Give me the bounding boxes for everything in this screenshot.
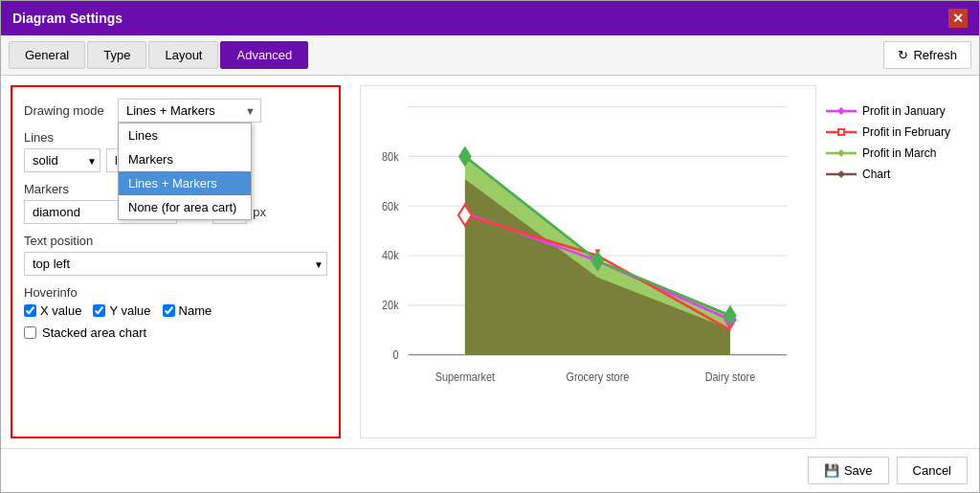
stacked-label: Stacked area chart [42, 325, 146, 340]
hoverinfo-section: Hoverinfo X value Y value Name [24, 285, 327, 318]
tab-layout[interactable]: Layout [148, 41, 218, 69]
refresh-label: Refresh [913, 48, 957, 62]
text-position-section: Text position top left ▼ [24, 234, 327, 276]
x-value-label: X value [40, 303, 81, 318]
svg-text:20k: 20k [382, 300, 399, 312]
drawing-mode-dropdown: Lines Markers Lines + Markers None (for … [118, 123, 252, 220]
svg-marker-15 [837, 107, 845, 115]
cancel-button[interactable]: Cancel [897, 457, 968, 484]
svg-text:Dairy store: Dairy store [705, 370, 756, 383]
refresh-icon: ↻ [898, 48, 908, 62]
option-none[interactable]: None (for area cart) [119, 195, 251, 219]
name-item: Name [163, 303, 212, 318]
tabs-container: General Type Layout Advanced [9, 35, 308, 75]
y-value-checkbox[interactable] [93, 304, 105, 317]
save-button[interactable]: 💾 Save [808, 457, 889, 484]
stacked-row: Stacked area chart [24, 325, 327, 340]
svg-marker-21 [837, 170, 845, 178]
legend: Profit in January Profit in February [816, 85, 969, 438]
text-position-label: Text position [24, 234, 327, 248]
dialog-title: Diagram Settings [12, 11, 122, 26]
svg-text:40k: 40k [382, 250, 399, 262]
legend-item-february: Profit in February [826, 125, 960, 139]
content: Drawing mode Lines + Markers ▼ Lines Mar… [1, 76, 979, 448]
drawing-mode-select-container: Lines + Markers ▼ Lines Markers Lines + … [118, 99, 261, 123]
svg-text:Supermarket: Supermarket [435, 370, 496, 383]
legend-label-february: Profit in February [862, 125, 950, 139]
legend-item-march: Profit in March [826, 146, 960, 160]
legend-icon-january [826, 105, 857, 117]
y-value-label: Y value [109, 303, 150, 318]
checkboxes-row: X value Y value Name [24, 303, 327, 318]
legend-label-january: Profit in January [862, 104, 946, 118]
option-lines[interactable]: Lines [119, 123, 251, 147]
save-label: Save [844, 463, 873, 478]
tabs-bar: General Type Layout Advanced ↻ Refresh [1, 35, 979, 76]
chart-svg: 0 20k 40k 60k 80k Supermarket Grocery st… [361, 86, 815, 437]
legend-icon-march [826, 147, 857, 159]
tab-advanced[interactable]: Advanced [220, 41, 308, 69]
hoverinfo-label: Hoverinfo [24, 285, 327, 300]
save-icon: 💾 [824, 463, 839, 478]
legend-icon-february [826, 126, 857, 138]
drawing-mode-select[interactable]: Lines + Markers [118, 99, 261, 123]
close-button[interactable]: ✕ [948, 9, 968, 28]
tab-type[interactable]: Type [87, 41, 146, 69]
px-label: px [253, 205, 266, 219]
option-markers[interactable]: Markers [119, 147, 251, 171]
svg-marker-19 [837, 149, 845, 157]
stacked-checkbox[interactable] [24, 326, 36, 339]
tab-general[interactable]: General [9, 41, 85, 69]
y-value-item: Y value [93, 303, 150, 318]
legend-item-january: Profit in January [826, 104, 960, 118]
text-position-select[interactable]: top left [24, 252, 327, 276]
name-checkbox[interactable] [163, 304, 175, 317]
legend-label-march: Profit in March [862, 146, 936, 160]
option-lines-markers[interactable]: Lines + Markers [119, 171, 251, 195]
name-label: Name [179, 303, 212, 318]
legend-item-chart: Chart [826, 168, 960, 181]
svg-text:Grocery store: Grocery store [566, 370, 629, 383]
refresh-button[interactable]: ↻ Refresh [883, 41, 971, 69]
dialog: Diagram Settings ✕ General Type Layout A… [0, 0, 980, 493]
svg-text:60k: 60k [382, 200, 399, 213]
right-panel: 0 20k 40k 60k 80k Supermarket Grocery st… [350, 76, 979, 448]
text-position-wrapper: top left ▼ [24, 252, 327, 276]
left-panel: Drawing mode Lines + Markers ▼ Lines Mar… [11, 85, 341, 438]
lines-style-wrapper: solid ▼ [24, 148, 100, 172]
chart-container: 0 20k 40k 60k 80k Supermarket Grocery st… [360, 85, 816, 438]
drawing-mode-row: Drawing mode Lines + Markers ▼ Lines Mar… [24, 99, 327, 123]
footer: 💾 Save Cancel [1, 448, 979, 492]
legend-label-chart: Chart [862, 168, 890, 181]
svg-rect-17 [838, 129, 844, 135]
drawing-mode-label: Drawing mode [24, 103, 110, 118]
chart-area: 0 20k 40k 60k 80k Supermarket Grocery st… [360, 85, 969, 438]
title-bar: Diagram Settings ✕ [1, 1, 979, 35]
lines-style-select[interactable]: solid [24, 148, 100, 172]
svg-text:80k: 80k [382, 150, 399, 163]
x-value-item: X value [24, 303, 81, 318]
svg-text:0: 0 [393, 349, 399, 362]
legend-icon-chart [826, 168, 857, 180]
x-value-checkbox[interactable] [24, 304, 36, 317]
